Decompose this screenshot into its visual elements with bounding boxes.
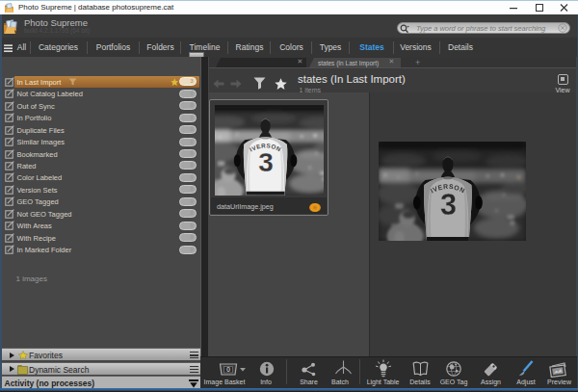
svg-text:0: 0 bbox=[226, 366, 230, 373]
